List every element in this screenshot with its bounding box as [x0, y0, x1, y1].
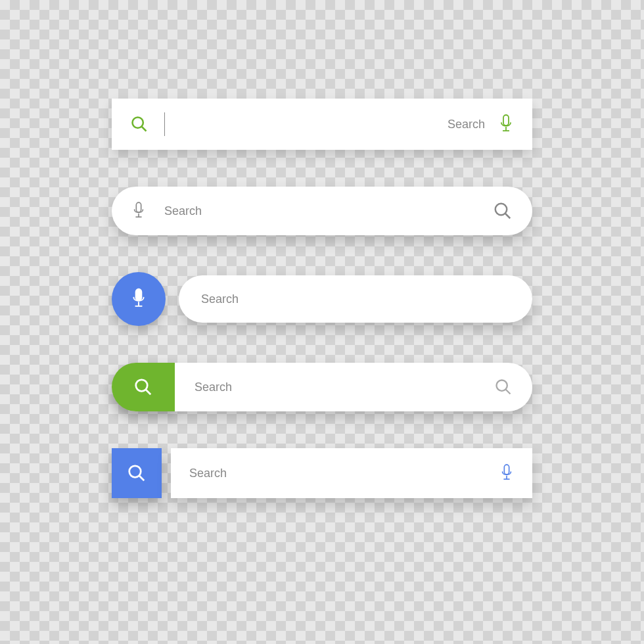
search-bar-rectangular[interactable]: Search	[112, 99, 532, 150]
search-placeholder: Search	[201, 292, 239, 306]
search-placeholder: Search	[189, 467, 499, 480]
text-cursor	[164, 112, 165, 136]
search-icon	[130, 115, 149, 133]
svg-rect-2	[503, 115, 509, 126]
search-bar-pill[interactable]: Search	[112, 187, 532, 235]
svg-line-9	[505, 214, 511, 219]
search-placeholder: Search	[195, 380, 494, 394]
svg-line-16	[506, 390, 511, 394]
search-placeholder: Search	[164, 204, 493, 218]
search-bar-green-attach: Search	[112, 363, 532, 411]
svg-point-8	[495, 204, 507, 216]
microphone-icon[interactable]	[498, 114, 514, 135]
svg-rect-5	[136, 202, 141, 212]
microphone-button[interactable]	[112, 272, 166, 326]
microphone-icon[interactable]	[131, 201, 146, 221]
search-input[interactable]: Search	[171, 448, 532, 498]
svg-rect-10	[136, 289, 142, 300]
search-input[interactable]: Search	[179, 275, 532, 323]
svg-point-15	[497, 380, 507, 391]
svg-line-1	[142, 127, 147, 131]
search-button[interactable]	[112, 363, 175, 411]
svg-line-18	[139, 476, 145, 481]
microphone-icon[interactable]	[499, 463, 514, 483]
search-label: Search	[448, 118, 485, 131]
svg-point-13	[136, 380, 148, 392]
search-bar-circle-mic: Search	[112, 272, 532, 326]
search-icon[interactable]	[493, 201, 513, 221]
svg-point-17	[129, 466, 141, 478]
search-icon[interactable]	[494, 378, 513, 396]
svg-point-0	[133, 118, 143, 128]
svg-line-14	[146, 390, 151, 395]
search-input[interactable]: Search	[175, 363, 532, 411]
search-button[interactable]	[112, 448, 162, 498]
search-bar-blue-square: Search	[112, 448, 532, 498]
svg-rect-19	[504, 465, 509, 474]
